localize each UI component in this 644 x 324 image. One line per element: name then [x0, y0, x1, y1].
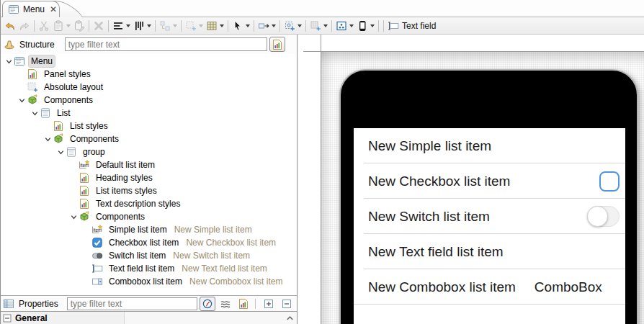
redo-icon: [19, 20, 30, 32]
structure-filter-input[interactable]: [65, 37, 267, 51]
device-checkbox[interactable]: [599, 171, 620, 192]
dropdown-arrow-icon[interactable]: [173, 24, 177, 27]
tree-item-label: Menu: [29, 55, 55, 67]
device-screen[interactable]: New Simple list itemNew Checkbox list it…: [354, 128, 625, 324]
expand-arrow-icon[interactable]: [55, 147, 66, 157]
properties-filter-input[interactable]: [67, 297, 198, 310]
tree-item-menu[interactable]: Menu: [1, 55, 297, 68]
tree-item-switch-list-item[interactable]: Switch list itemNew Switch list item: [1, 249, 297, 262]
tree-item-checkbox-list-item[interactable]: Checkbox list itemNew Checkbox list item: [1, 236, 297, 249]
abslayout-icon: [27, 81, 38, 93]
tree-item-text-field-list-item[interactable]: Text field list itemNew Text field list …: [1, 262, 297, 275]
tree-item-components[interactable]: Components: [1, 94, 297, 107]
tree-item-panel-styles[interactable]: Panel styles: [1, 68, 297, 81]
tree-item-components[interactable]: Components: [1, 132, 297, 145]
toolbar-separator: [181, 20, 182, 32]
tree-item-components[interactable]: Components: [1, 210, 297, 223]
device-frame: New Simple list itemNew Checkbox list it…: [339, 69, 638, 324]
tree-item-secondary-label: New Switch list item: [173, 251, 250, 261]
collapse-section-icon[interactable]: [3, 314, 12, 323]
tree-item-list-items-styles[interactable]: List items styles: [1, 184, 297, 197]
properties-icon: [3, 298, 14, 310]
tree-item-label: List: [55, 107, 73, 119]
toolbar-separator: [155, 20, 156, 32]
show-advanced-properties-button[interactable]: [200, 297, 215, 311]
structure-chart-button[interactable]: [269, 37, 285, 52]
tree-item-absolute-layout[interactable]: Absolute layout: [1, 81, 297, 94]
dropdown-arrow-icon[interactable]: [272, 24, 276, 27]
tree-item-simple-list-item[interactable]: itemSimple list itemNew Simple list item: [1, 223, 297, 236]
tree-item-label: group: [81, 146, 107, 158]
tree-item-heading-styles[interactable]: Heading styles: [1, 171, 297, 184]
device-list-item-label: New Checkbox list item: [368, 174, 510, 189]
v-align-button[interactable]: [132, 18, 153, 34]
tree-item-text-description-styles[interactable]: Text description styles: [1, 197, 297, 210]
device-icon: [357, 20, 368, 32]
undo-icon: [4, 20, 16, 32]
tab-menu[interactable]: Menu ✕: [2, 1, 60, 17]
device-list-item-label: New Simple list item: [368, 138, 491, 154]
scroll-up-icon[interactable]: [285, 312, 295, 323]
tree-item-group[interactable]: group: [1, 145, 297, 158]
expand-arrow-icon[interactable]: [17, 95, 27, 105]
main-toolbar: Text field: [1, 17, 644, 35]
device-list-item[interactable]: New Checkbox list item: [354, 163, 625, 199]
dropdown-arrow-icon[interactable]: [323, 24, 328, 27]
cursor-button[interactable]: [231, 18, 251, 34]
device-list-item[interactable]: New Text field list item: [354, 234, 625, 269]
layout-flow-button: [158, 18, 179, 34]
device-button[interactable]: [355, 18, 376, 34]
toolbar-item-label: Text field: [402, 21, 436, 31]
chart-icon: [27, 68, 38, 80]
device-list-item[interactable]: New Simple list item: [354, 128, 625, 163]
dropdown-arrow-icon[interactable]: [66, 24, 71, 27]
tree-item-label: Components: [94, 211, 147, 222]
dropdown-arrow-icon[interactable]: [298, 24, 302, 27]
dropdown-arrow-icon[interactable]: [199, 24, 203, 27]
panel-dots-button[interactable]: [334, 18, 355, 34]
device-list-item[interactable]: New Combobox list itemComboBox: [354, 269, 625, 305]
expand-arrow-icon[interactable]: [4, 56, 14, 66]
design-canvas[interactable]: New Simple list itemNew Checkbox list it…: [321, 52, 644, 324]
tree-item-label: Switch list item: [107, 250, 168, 261]
grid-add-button[interactable]: [308, 18, 329, 34]
tree-item-label: Checkbox list item: [107, 237, 181, 248]
paste-edit-icon: [73, 20, 85, 32]
device-switch[interactable]: [587, 206, 620, 227]
expand-all-button[interactable]: [261, 297, 277, 311]
collapse-all-button[interactable]: [279, 297, 295, 311]
expand-all-icon: [263, 298, 274, 310]
dropdown-arrow-icon[interactable]: [147, 24, 151, 27]
dropdown-arrow-icon[interactable]: [126, 24, 130, 27]
dropdown-arrow-icon[interactable]: [220, 24, 224, 27]
expand-arrow-icon[interactable]: [43, 134, 53, 144]
tree-item-list-styles[interactable]: List styles: [1, 120, 297, 132]
close-icon[interactable]: ✕: [50, 4, 57, 14]
marquee-add-icon: [284, 20, 295, 32]
tree-item-combobox-list-item[interactable]: Combobox list itemNew Combobox list item: [1, 275, 297, 288]
tree-item-label: Combobox list item: [107, 276, 184, 287]
dropdown-arrow-icon[interactable]: [246, 24, 250, 27]
grid-add-icon: [310, 20, 321, 32]
device-list-item[interactable]: New Switch list item: [354, 199, 625, 234]
text-field-button[interactable]: Text field: [386, 18, 437, 34]
table-grid-button[interactable]: [205, 18, 225, 34]
tree-item-label: List styles: [68, 120, 110, 132]
expand-arrow-icon[interactable]: [30, 108, 40, 118]
show-events-button[interactable]: [218, 297, 233, 311]
device-combobox-value[interactable]: ComboBox: [535, 279, 602, 295]
dropdown-arrow-icon[interactable]: [349, 24, 354, 27]
h-align-button[interactable]: [111, 18, 132, 34]
resize-button[interactable]: [256, 18, 277, 34]
properties-chart-button[interactable]: [236, 297, 251, 311]
expand-arrow-icon[interactable]: [68, 212, 79, 222]
tree-item-secondary-label: New Combobox list item: [189, 276, 282, 287]
dropdown-arrow-icon[interactable]: [370, 24, 375, 27]
marquee-add-button[interactable]: [282, 18, 303, 34]
properties-general-section[interactable]: General: [1, 311, 297, 324]
tree-item-label: Text description styles: [94, 198, 182, 210]
tree-item-default-list-item[interactable]: itemDefault list item: [1, 158, 297, 171]
tree-item-list[interactable]: List: [1, 107, 297, 120]
toolbar-separator: [228, 20, 228, 32]
undo-button[interactable]: [3, 18, 17, 34]
